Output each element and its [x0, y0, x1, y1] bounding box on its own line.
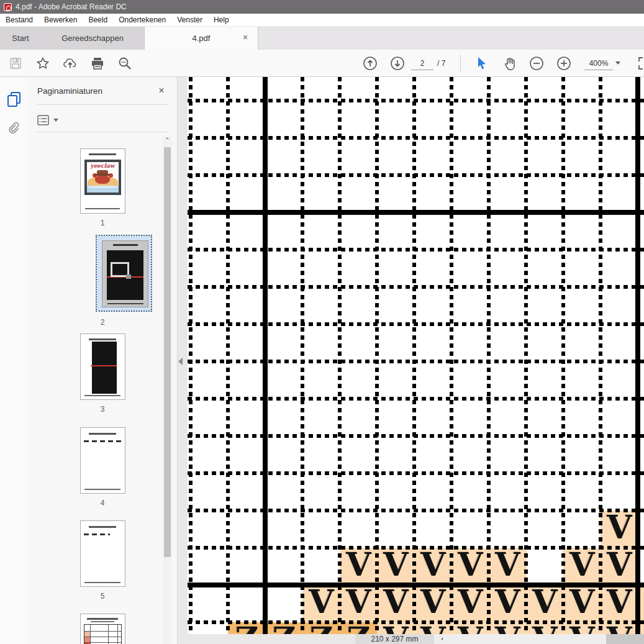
pdf-page-canvas[interactable]: VVVVVVVVVVVVVVVVVZZZZVVVVVVV [188, 77, 644, 634]
stitch-cell: V [526, 585, 564, 623]
grid-line-major-vertical [263, 77, 268, 634]
menu-bewerken[interactable]: Bewerken [39, 14, 83, 27]
scroll-up-icon[interactable]: ⌃ [163, 135, 172, 145]
menu-ondertekenen[interactable]: Ondertekenen [113, 14, 171, 27]
cloud-upload-icon[interactable] [61, 50, 79, 77]
scroll-left-icon[interactable]: ‹ [437, 634, 448, 644]
thumbnail-page-1[interactable]: yeeclaw 1 [27, 148, 178, 227]
hand-tool-icon[interactable] [501, 50, 519, 77]
horizontal-scrollbar[interactable]: 210 x 297 mm ‹ [355, 634, 644, 644]
stitch-cell: V [563, 548, 601, 586]
save-icon[interactable] [7, 50, 24, 77]
page-thumbnails-panel-icon[interactable] [7, 91, 22, 106]
options-caret-icon [53, 119, 58, 122]
panel-divider [37, 132, 168, 132]
thumbnails-panel: Paginaminiaturen × yeeclaw [27, 77, 178, 644]
thumbnail-page-4[interactable]: 4 [27, 427, 178, 507]
grid-line-horizontal [188, 546, 644, 550]
thumbnail-page-2-selected[interactable]: 2 [27, 240, 178, 327]
grid-line-horizontal [188, 434, 644, 438]
page-count-label: / 7 [437, 57, 445, 70]
page-number-input[interactable]: 2 [411, 57, 433, 70]
thumbnail-page-6-preview [80, 614, 125, 644]
grid-line-horizontal [188, 471, 644, 475]
panel-header: Paginaminiaturen × [37, 83, 167, 98]
grid-line-horizontal [188, 360, 644, 363]
grid-line-vertical [375, 77, 379, 634]
stitch-cell: V [451, 548, 489, 586]
thumbnail-page-4-label: 4 [27, 499, 178, 507]
grid-line-horizontal [188, 173, 644, 177]
search-zoom-icon[interactable] [116, 50, 134, 77]
stitch-cell: V [340, 548, 378, 586]
document-area: VVVVVVVVVVVVVVVVVZZZZVVVVVVV 210 x 297 m… [178, 77, 644, 644]
menu-beeld[interactable]: Beeld [83, 14, 113, 27]
options-list-icon [37, 115, 49, 125]
grid-line-vertical [189, 77, 193, 634]
grid-line-horizontal [188, 509, 644, 512]
zoom-in-icon[interactable] [555, 50, 573, 77]
stitch-cell: V [377, 548, 415, 586]
stitch-cell: V [414, 585, 452, 623]
tab-document[interactable]: 4.pdf × [144, 27, 258, 50]
page-size-status: 210 x 297 mm [355, 634, 434, 644]
grid-line-vertical [561, 77, 565, 634]
menu-bestand[interactable]: Bestand [0, 14, 39, 27]
panel-title: Paginaminiaturen [37, 86, 156, 96]
menu-venster[interactable]: Venster [171, 14, 208, 27]
thumbnail-page-3[interactable]: 3 [27, 333, 178, 414]
fit-page-icon[interactable] [636, 50, 644, 77]
panel-scrollbar-thumb[interactable] [164, 147, 171, 557]
tab-close-icon[interactable]: × [240, 32, 250, 42]
zoom-caret-icon[interactable] [615, 61, 620, 65]
tab-gereedschappen[interactable]: Gereedschappen [41, 27, 144, 50]
thumbnail-page-5[interactable]: 5 [27, 520, 178, 601]
grid-line-vertical [338, 77, 342, 634]
star-favorites-icon[interactable] [34, 50, 52, 77]
thumbnail-page-3-preview [80, 333, 125, 400]
stitch-cell: V [414, 548, 452, 586]
panel-scrollbar[interactable]: ⌃ ⌄ [163, 135, 172, 644]
print-icon[interactable] [89, 50, 106, 77]
current-view-rectangle[interactable] [111, 262, 129, 277]
acrobat-window: 4.pdf - Adobe Acrobat Reader DC Bestand … [0, 0, 644, 644]
select-tool-icon[interactable] [473, 50, 491, 77]
grid-line-horizontal [188, 397, 644, 401]
panel-close-icon[interactable]: × [156, 85, 167, 96]
thumbnail-page-6[interactable] [27, 614, 178, 644]
toolbar-separator [460, 55, 461, 72]
stitch-cell: V [377, 585, 415, 623]
stitch-cell: V [601, 548, 638, 586]
horizontal-scrollbar-thumb[interactable] [606, 634, 644, 644]
zoom-level-select[interactable]: 400% [584, 57, 613, 70]
tab-document-label: 4.pdf [193, 34, 211, 43]
next-page-icon[interactable] [389, 50, 406, 77]
tab-start[interactable]: Start [0, 27, 41, 50]
selection-highlight [96, 235, 152, 312]
previous-page-icon[interactable] [361, 50, 379, 77]
panel-options-button[interactable] [37, 111, 58, 129]
tab-bar-filler [258, 27, 644, 50]
stitch-cell: V [451, 585, 489, 623]
attachments-paperclip-icon[interactable] [7, 120, 22, 135]
floss-legend-table [84, 624, 122, 644]
grid-line-major-horizontal [188, 583, 644, 587]
zoom-out-icon[interactable] [528, 50, 545, 77]
stitch-cell: V [563, 585, 601, 623]
panel-divider [37, 104, 168, 105]
grid-line-horizontal [188, 620, 644, 624]
grid-line-horizontal [188, 248, 644, 252]
thumbnail-page-4-preview [80, 427, 125, 494]
thumbnail-page-1-preview: yeeclaw [80, 148, 125, 214]
thumbnail-page-2-preview [102, 240, 148, 307]
grid-line-major-horizontal [188, 210, 644, 215]
grid-line-vertical [412, 77, 416, 634]
thumbnail-page-5-label: 5 [27, 592, 178, 601]
panel-collapse-icon[interactable] [178, 358, 183, 365]
tab-bar: Start Gereedschappen 4.pdf × [0, 27, 644, 50]
grid-line-major-vertical [635, 77, 640, 634]
stitch-cell: V [489, 585, 527, 623]
menu-help[interactable]: Help [208, 14, 235, 27]
grid-line-vertical [226, 77, 230, 634]
crab-artwork: yeeclaw [84, 160, 121, 195]
